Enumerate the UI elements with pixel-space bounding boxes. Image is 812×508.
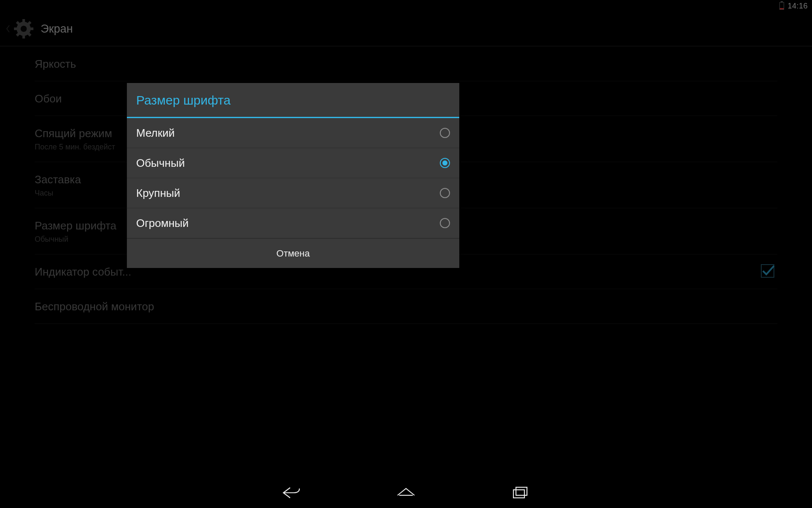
option-label: Огромный [136,217,189,230]
radio-icon [440,128,450,138]
font-option-huge[interactable]: Огромный [127,208,459,238]
option-label: Обычный [136,157,185,170]
font-size-dialog: Размер шрифта Мелкий Обычный Крупный Огр… [127,83,459,268]
option-label: Мелкий [136,127,175,140]
radio-selected-icon [440,158,450,168]
font-option-normal[interactable]: Обычный [127,148,459,178]
dialog-button-bar: Отмена [127,238,459,268]
option-label: Крупный [136,187,180,200]
radio-icon [440,188,450,198]
dialog-title: Размер шрифта [127,83,459,117]
cancel-button[interactable]: Отмена [277,248,310,259]
font-option-large[interactable]: Крупный [127,178,459,208]
font-option-small[interactable]: Мелкий [127,118,459,148]
radio-icon [440,218,450,228]
